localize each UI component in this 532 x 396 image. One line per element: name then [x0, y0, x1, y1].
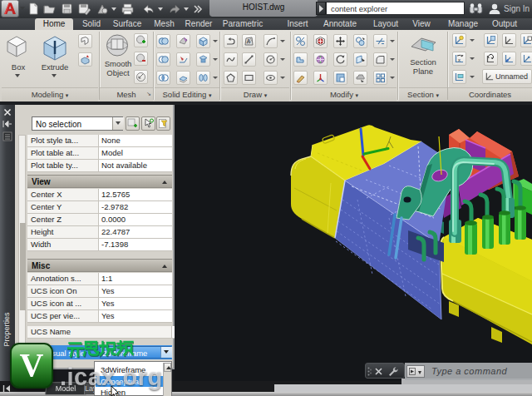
palette-autohide-icon[interactable] — [2, 120, 12, 128]
property-value[interactable]: None — [99, 135, 172, 147]
search-binoculars-icon[interactable] — [468, 2, 484, 15]
select-objects-button[interactable] — [141, 116, 155, 131]
panel-section[interactable]: Section ▾ — [399, 87, 447, 101]
property-value[interactable]: -7.1398 — [99, 239, 172, 251]
mirror3d-button[interactable] — [313, 71, 328, 85]
property-value[interactable]: 22.4787 — [99, 226, 172, 239]
redo-caret[interactable] — [184, 7, 189, 11]
sign-in-button[interactable]: Sign In — [504, 4, 530, 13]
ellipse-button[interactable] — [264, 71, 278, 85]
command-bar-grip[interactable] — [367, 367, 372, 376]
visual-style-combo-arrow[interactable] — [160, 347, 172, 358]
property-value[interactable]: -2.9782 — [99, 201, 172, 214]
intersect-button[interactable] — [156, 71, 170, 85]
draw-caret[interactable] — [280, 77, 285, 79]
hatch-button[interactable]: A — [242, 34, 256, 48]
panel-mesh[interactable]: Mesh — [100, 87, 153, 101]
smooth-object-icon[interactable] — [105, 34, 131, 57]
property-value[interactable]: Model — [99, 147, 172, 160]
slice-button[interactable] — [176, 34, 190, 48]
palette-close-icon[interactable] — [3, 108, 12, 116]
interfere-button[interactable] — [293, 52, 308, 67]
panel-coordinates[interactable]: Coordinates — [448, 87, 532, 101]
erase-button[interactable] — [293, 71, 308, 85]
extrude-tool-icon[interactable] — [42, 34, 67, 61]
tab-layout[interactable]: Layout — [369, 18, 402, 30]
modify-caret[interactable] — [390, 40, 395, 42]
mesh-smooth-less-button[interactable] — [134, 52, 148, 66]
save-icon[interactable] — [61, 2, 73, 15]
3dscale-button[interactable] — [333, 71, 347, 85]
property-value[interactable]: Yes — [99, 298, 172, 310]
draw-caret[interactable] — [280, 58, 285, 61]
tab-home[interactable]: Home — [35, 18, 73, 30]
fillet-button[interactable] — [373, 52, 387, 67]
rotate-button[interactable] — [333, 52, 347, 67]
subtract-button[interactable] — [156, 52, 170, 67]
solid-edit-caret[interactable] — [213, 40, 218, 42]
property-value[interactable]: 12.5765 — [99, 189, 172, 201]
fillet-edge-button[interactable] — [176, 52, 190, 67]
save-as-icon[interactable] — [78, 2, 91, 15]
section-plane-button[interactable]: Section Plane — [406, 58, 441, 76]
command-input[interactable]: Type a command — [405, 363, 532, 380]
autocad-menu-caret[interactable] — [20, 7, 25, 10]
plot-preview-caret[interactable] — [111, 7, 116, 11]
ucs-face-caret[interactable] — [470, 76, 475, 78]
arc-button[interactable] — [264, 34, 278, 48]
redo-icon[interactable] — [168, 2, 182, 15]
search-go-button[interactable] — [316, 2, 326, 15]
property-value[interactable]: Not available — [99, 160, 172, 172]
panel-modify[interactable]: Modify ▾ — [292, 87, 397, 101]
tab-manage[interactable]: Manage — [444, 18, 482, 30]
tab-output[interactable]: Output — [487, 18, 522, 30]
panel-solid-editing[interactable]: Solid Editing ▾ — [155, 87, 219, 101]
tab-view[interactable]: View — [409, 18, 434, 30]
array-button[interactable] — [373, 71, 387, 85]
mesh-refine-button[interactable] — [134, 33, 148, 47]
union-button[interactable] — [156, 34, 170, 48]
property-value[interactable]: Yes — [99, 310, 172, 323]
palette-scrollbar-thumb[interactable] — [20, 223, 26, 310]
open-folder-icon[interactable] — [43, 2, 56, 15]
polysolid-button[interactable] — [78, 34, 92, 48]
polyline-button[interactable] — [224, 34, 238, 48]
panel-modeling[interactable]: Modeling ▾ — [2, 87, 98, 101]
palette-scrollbar[interactable] — [18, 135, 26, 366]
ucs-named-button[interactable]: x — [452, 52, 466, 66]
ucs-caret[interactable] — [470, 39, 475, 42]
qat-more-icon[interactable] — [193, 2, 204, 15]
draw-caret[interactable] — [280, 40, 285, 42]
align3d-button[interactable] — [313, 52, 328, 67]
tab-render[interactable]: Render — [182, 18, 215, 30]
circle-button[interactable] — [264, 52, 278, 67]
3darray-button[interactable] — [353, 71, 367, 85]
ucs-face-button[interactable] — [452, 70, 466, 84]
spline-button[interactable] — [224, 52, 238, 67]
copy-button[interactable] — [353, 34, 367, 48]
box-button[interactable]: Box — [3, 63, 33, 72]
property-value[interactable]: 1:1 — [99, 273, 172, 285]
first-layout-arrow-icon[interactable] — [2, 384, 12, 393]
tab-annotate[interactable]: Annotate — [320, 18, 360, 30]
command-wrench-icon[interactable] — [387, 366, 399, 377]
solid-history-button[interactable] — [293, 34, 308, 48]
ucs-view-button[interactable] — [502, 52, 516, 66]
solid-edit-box-button[interactable] — [196, 34, 210, 48]
extrude-caret[interactable] — [52, 74, 57, 77]
extrude-face-button[interactable] — [196, 52, 210, 67]
taper-face-button[interactable] — [176, 71, 190, 85]
extend-button[interactable] — [353, 52, 367, 67]
autocad-logo[interactable] — [1, 0, 19, 17]
search-input[interactable]: content explorer — [326, 2, 465, 15]
tab-surface[interactable]: Surface — [108, 18, 146, 30]
ucs-object-button[interactable] — [520, 33, 532, 47]
ucs-combo[interactable]: Unnamed — [482, 69, 532, 84]
command-close-icon[interactable] — [375, 368, 382, 375]
ucs-origin-button[interactable] — [520, 52, 532, 66]
extrude-button[interactable]: Extrude — [38, 63, 71, 72]
box-caret[interactable] — [15, 74, 20, 77]
polygon-button[interactable] — [224, 71, 238, 85]
modify-caret[interactable] — [390, 77, 395, 79]
viewport-3d-model[interactable] — [175, 105, 532, 381]
